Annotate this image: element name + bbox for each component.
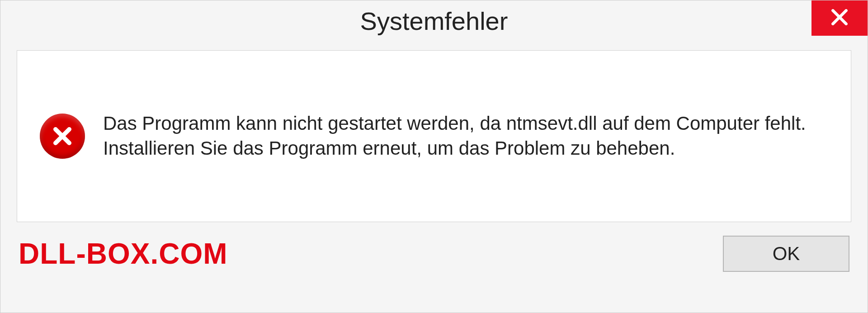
titlebar: Systemfehler <box>0 0 868 41</box>
close-button[interactable] <box>811 0 868 36</box>
content-panel: Das Programm kann nicht gestartet werden… <box>17 50 851 222</box>
error-dialog: Systemfehler Das Programm kann nicht ges… <box>0 0 868 313</box>
watermark-text: DLL-BOX.COM <box>19 237 228 270</box>
error-icon <box>40 114 85 159</box>
close-icon <box>830 7 849 29</box>
ok-button[interactable]: OK <box>723 236 849 272</box>
dialog-footer: DLL-BOX.COM OK <box>0 222 868 290</box>
dialog-title: Systemfehler <box>360 6 508 36</box>
error-message: Das Programm kann nicht gestartet werden… <box>103 111 828 161</box>
